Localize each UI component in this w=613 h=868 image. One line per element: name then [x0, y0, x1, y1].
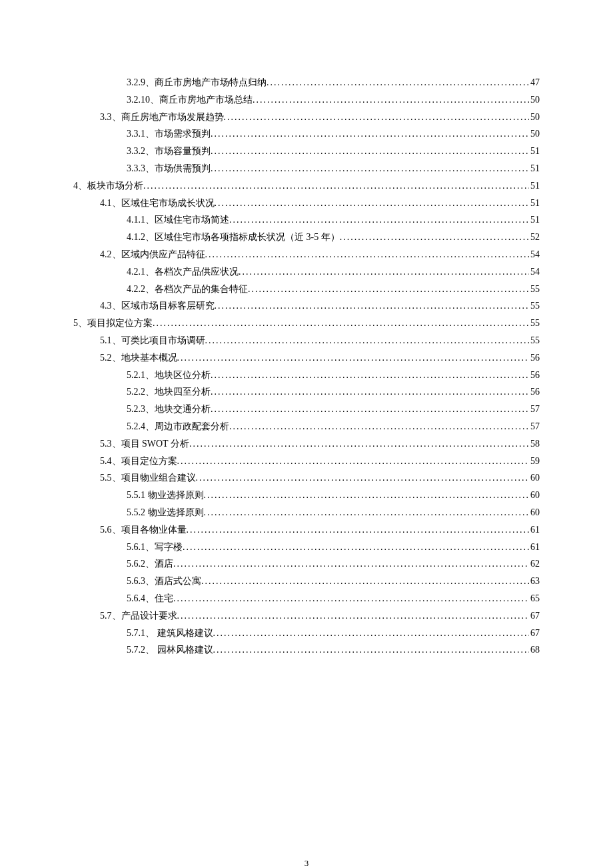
- toc-entry-page: 61: [529, 522, 540, 538]
- toc-leader-dots: [183, 539, 529, 555]
- toc-entry: 5.7、产品设计要求67: [73, 608, 540, 624]
- toc-entry-page: 60: [529, 505, 540, 521]
- toc-entry-label: 4.1、区域住宅市场成长状况: [100, 195, 215, 211]
- toc-entry: 5.5.2 物业选择原则60: [73, 505, 540, 521]
- toc-leader-dots: [187, 522, 530, 538]
- toc-entry: 5.6.1、写字楼61: [73, 539, 540, 555]
- toc-leader-dots: [215, 298, 530, 314]
- toc-leader-dots: [201, 573, 529, 589]
- toc-entry-label: 5.6.2、酒店: [127, 556, 173, 572]
- toc-entry: 3.3.2、市场容量预判51: [73, 143, 540, 159]
- toc-entry-label: 3.2.9、商丘市房地产市场特点归纳: [127, 75, 267, 91]
- toc-entry: 4.2.2、各档次产品的集合特征55: [73, 281, 540, 297]
- toc-entry-page: 54: [529, 247, 540, 263]
- toc-leader-dots: [248, 281, 529, 297]
- toc-entry-label: 5.7.2、 园林风格建议: [127, 642, 213, 658]
- toc-entry: 4.1.1、区域住宅市场简述51: [73, 212, 540, 228]
- toc-entry-label: 5.3、项目 SWOT 分析: [100, 436, 189, 452]
- toc-leader-dots: [213, 642, 530, 658]
- toc-entry-label: 4.1.2、区域住宅市场各项指标成长状况（近 3-5 年）: [127, 229, 340, 245]
- toc-leader-dots: [177, 453, 530, 469]
- toc-entry: 5.2.1、地块区位分析56: [73, 367, 540, 383]
- toc-leader-dots: [211, 367, 529, 383]
- toc-entry: 3.2.9、商丘市房地产市场特点归纳47: [73, 75, 540, 91]
- toc-entry-page: 52: [529, 229, 540, 245]
- toc-leader-dots: [189, 436, 529, 452]
- toc-entry-label: 3.3.3、市场供需预判: [127, 161, 211, 177]
- toc-entry-page: 50: [529, 92, 540, 108]
- toc-entry-page: 51: [529, 195, 540, 211]
- toc-leader-dots: [267, 75, 529, 91]
- toc-entry-label: 5、项目拟定位方案: [73, 315, 153, 331]
- toc-entry-page: 55: [529, 315, 540, 331]
- toc-leader-dots: [205, 333, 530, 349]
- toc-leader-dots: [196, 470, 530, 486]
- toc-entry: 3.3.3、市场供需预判51: [73, 161, 540, 177]
- toc-entry-label: 5.2.3、地块交通分析: [127, 401, 211, 417]
- toc-entry-page: 51: [529, 178, 540, 194]
- toc-leader-dots: [215, 195, 530, 211]
- toc-entry: 5.5、项目物业组合建议60: [73, 470, 540, 486]
- toc-entry-label: 4.2、区域内供应产品特征: [100, 247, 205, 263]
- toc-entry: 5.1、可类比项目市场调研55: [73, 333, 540, 349]
- toc-entry: 3.3.1、市场需求预判50: [73, 126, 540, 142]
- toc-entry: 5.2、地块基本概况56: [73, 350, 540, 366]
- toc-entry-label: 5.5.2 物业选择原则: [127, 505, 204, 521]
- toc-entry-page: 65: [529, 591, 540, 607]
- toc-entry-label: 4.2.1、各档次产品供应状况: [127, 264, 239, 280]
- toc-entry-page: 50: [529, 126, 540, 142]
- toc-entry: 4.2.1、各档次产品供应状况54: [73, 264, 540, 280]
- toc-leader-dots: [204, 505, 530, 521]
- toc-entry-page: 56: [529, 350, 540, 366]
- toc-entry-page: 55: [529, 281, 540, 297]
- toc-entry-page: 62: [529, 556, 540, 572]
- toc-entry-label: 5.6、项目各物业体量: [100, 522, 187, 538]
- toc-entry: 5.5.1 物业选择原则60: [73, 487, 540, 503]
- toc-entry-page: 59: [529, 453, 540, 469]
- toc-leader-dots: [224, 109, 530, 125]
- toc-leader-dots: [153, 315, 529, 331]
- toc-entry-page: 61: [529, 539, 540, 555]
- toc-entry: 5、项目拟定位方案55: [73, 315, 540, 331]
- toc-entry: 4、板块市场分析51: [73, 178, 540, 194]
- toc-entry-label: 3.3、商丘房地产市场发展趋势: [100, 109, 224, 125]
- toc-leader-dots: [177, 350, 530, 366]
- toc-leader-dots: [229, 419, 529, 435]
- toc-entry-page: 56: [529, 384, 540, 400]
- page-number: 3: [73, 858, 540, 868]
- toc-entry-label: 5.7.1、 建筑风格建议: [127, 625, 213, 641]
- toc-entry: 4.3、区域市场目标客层研究55: [73, 298, 540, 314]
- toc-entry-page: 58: [529, 436, 540, 452]
- toc-leader-dots: [211, 161, 529, 177]
- toc-entry-label: 5.4、项目定位方案: [100, 453, 177, 469]
- toc-leader-dots: [340, 229, 529, 245]
- toc-entry: 5.3、项目 SWOT 分析58: [73, 436, 540, 452]
- toc-entry: 5.6.3、酒店式公寓63: [73, 573, 540, 589]
- toc-entry: 5.6.4、住宅65: [73, 591, 540, 607]
- toc-leader-dots: [205, 247, 530, 263]
- table-of-contents: 3.2.9、商丘市房地产市场特点归纳473.2.10、商丘市房地产市场总结503…: [73, 75, 540, 658]
- toc-entry-label: 3.3.2、市场容量预判: [127, 143, 211, 159]
- toc-entry-label: 5.5、项目物业组合建议: [100, 470, 196, 486]
- toc-entry-page: 57: [529, 401, 540, 417]
- toc-leader-dots: [211, 143, 529, 159]
- toc-entry-label: 5.2.1、地块区位分析: [127, 367, 211, 383]
- toc-entry-page: 56: [529, 367, 540, 383]
- toc-entry-page: 51: [529, 212, 540, 228]
- toc-leader-dots: [211, 384, 529, 400]
- toc-entry-page: 67: [529, 608, 540, 624]
- toc-entry-page: 63: [529, 573, 540, 589]
- toc-entry-page: 55: [529, 298, 540, 314]
- toc-entry-label: 3.2.10、商丘市房地产市场总结: [127, 92, 253, 108]
- toc-leader-dots: [173, 556, 529, 572]
- toc-leader-dots: [173, 591, 529, 607]
- toc-entry-page: 47: [529, 75, 540, 91]
- toc-leader-dots: [204, 487, 530, 503]
- toc-entry-page: 51: [529, 143, 540, 159]
- toc-leader-dots: [229, 212, 529, 228]
- toc-entry-label: 4.3、区域市场目标客层研究: [100, 298, 215, 314]
- toc-entry: 5.6.2、酒店62: [73, 556, 540, 572]
- toc-entry-page: 68: [529, 642, 540, 658]
- toc-entry-label: 5.6.3、酒店式公寓: [127, 573, 201, 589]
- document-page: 3.2.9、商丘市房地产市场特点归纳473.2.10、商丘市房地产市场总结503…: [0, 0, 613, 868]
